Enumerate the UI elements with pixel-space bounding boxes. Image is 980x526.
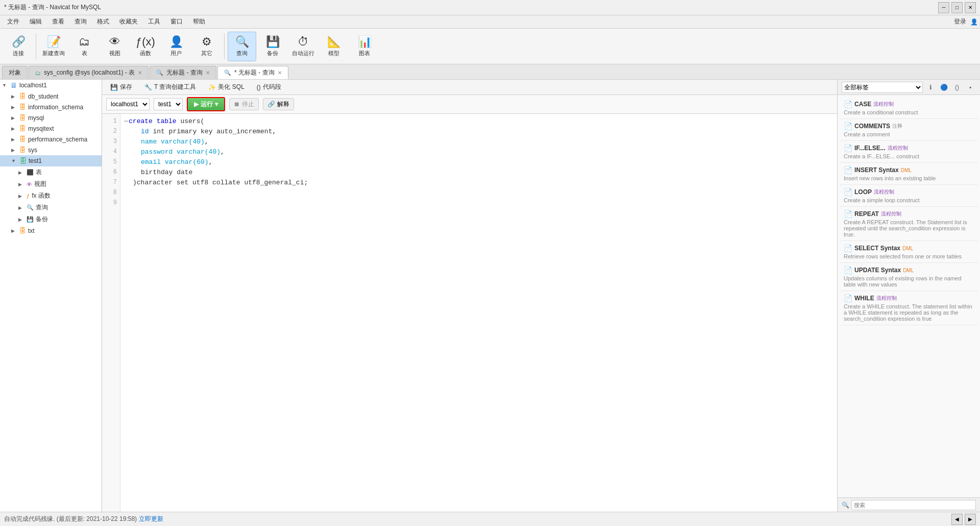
- query-icon: 🔍: [235, 35, 249, 49]
- code-icon[interactable]: (): [951, 82, 963, 93]
- stop-button[interactable]: ⏹ 停止: [229, 98, 259, 110]
- menu-view[interactable]: 查看: [47, 15, 69, 28]
- tab-untitled2-close[interactable]: ✕: [278, 70, 282, 76]
- menu-format[interactable]: 格式: [92, 15, 114, 28]
- run-button[interactable]: ▶ 运行 ▾: [187, 97, 225, 111]
- snippet-repeat-title: REPEAT: [854, 210, 879, 218]
- sidebar-mysqitext[interactable]: ▶ 🗄 mysqitext: [0, 123, 102, 134]
- database-select[interactable]: test1: [154, 98, 183, 110]
- beautify-button[interactable]: ✨ 美化 SQL: [204, 82, 248, 92]
- sidebar-mysql[interactable]: ▶ 🗄 mysql: [0, 112, 102, 123]
- snippet-insert[interactable]: 📄 INSERT Syntax DML Insert new rows into…: [840, 163, 978, 185]
- tab-untitled1-close[interactable]: ✕: [206, 70, 210, 76]
- line-num-8: 8: [102, 187, 120, 198]
- sidebar-txt[interactable]: ▶ 🗄 txt: [0, 225, 102, 236]
- toolbar-function[interactable]: ƒ(x) 函数: [131, 32, 160, 61]
- snippet-while[interactable]: 📄 WHILE 流程控制 Create a WHILE construct. T…: [840, 291, 978, 325]
- snippet-select-tag: DML: [902, 246, 913, 251]
- menu-tools[interactable]: 工具: [143, 15, 165, 28]
- menu-favorites[interactable]: 收藏夹: [114, 15, 143, 28]
- other-icon: ⚙: [202, 35, 212, 49]
- snippet-select[interactable]: 📄 SELECT Syntax DML Retrieve rows select…: [840, 241, 978, 263]
- tab-untitled1[interactable]: 🔍 无标题 - 查询 ✕: [150, 66, 216, 79]
- info-icon[interactable]: ℹ: [925, 82, 936, 93]
- txt-chevron: ▶: [11, 228, 17, 233]
- update-link[interactable]: 立即更新: [139, 515, 163, 523]
- query-builder-button[interactable]: 🔧 T 查询创建工具: [140, 82, 200, 92]
- server-icon: 🖥: [10, 81, 17, 89]
- sidebar-root[interactable]: ▼ 🖥 localhost1: [0, 80, 102, 91]
- maximize-button[interactable]: □: [951, 2, 963, 13]
- beautify-icon: ✨: [208, 84, 216, 91]
- grid-icon[interactable]: ▪: [965, 82, 976, 93]
- toolbar-view[interactable]: 👁 视图: [101, 32, 129, 61]
- sidebar-backup[interactable]: ▶ 💾 备份: [0, 213, 102, 225]
- minimize-button[interactable]: ─: [938, 2, 949, 13]
- status-btn-right[interactable]: ▶: [965, 514, 976, 525]
- table-label: 表: [82, 50, 87, 57]
- snippet-repeat[interactable]: 📄 REPEAT 流程控制 Create A REPEAT construct.…: [840, 207, 978, 241]
- txt-icon: 🗄: [19, 227, 26, 234]
- snippet-loop[interactable]: 📄 LOOP 流程控制 Create a simple loop constru…: [840, 185, 978, 207]
- circle-icon[interactable]: 🔵: [938, 82, 949, 93]
- sidebar-db-student[interactable]: ▶ 🗄 db_student: [0, 91, 102, 102]
- query-tab1-icon: 🔍: [156, 69, 163, 76]
- sidebar-test1[interactable]: ▼ 🗄 test1: [0, 155, 102, 166]
- sidebar-query[interactable]: ▶ 🔍 查询: [0, 202, 102, 213]
- toolbar-new-query[interactable]: 📝 新建查询: [39, 32, 68, 61]
- fold-icon-1[interactable]: ▭: [125, 118, 128, 124]
- snippet-comments[interactable]: 📄 COMMENTS 注释 Create a comment: [840, 119, 978, 141]
- tag-filter-select[interactable]: 全部标签: [842, 82, 923, 93]
- line-num-6: 6: [102, 167, 120, 177]
- close-button[interactable]: ✕: [965, 2, 976, 13]
- sidebar-view[interactable]: ▶ 👁 视图: [0, 178, 102, 190]
- status-bar: 自动完成代码残缘. (最后更新: 2021-10-22 19:58) 立即更新 …: [0, 512, 980, 526]
- tab-untitled2[interactable]: 🔍 * 无标题 - 查询 ✕: [217, 66, 288, 79]
- mysql-chevron: ▶: [11, 115, 17, 121]
- toolbar-model[interactable]: 📐 模型: [320, 32, 348, 61]
- tab-objects[interactable]: 对象: [2, 66, 28, 79]
- snippet-while-desc: Create a WHILE construct. The statement …: [844, 303, 974, 322]
- snippets-button[interactable]: () 代码段: [253, 82, 285, 92]
- status-btn-left[interactable]: ◀: [951, 514, 963, 525]
- function-label: 函数: [140, 50, 151, 57]
- code-line-5: email varchar(60),: [125, 157, 833, 167]
- tab-sys-config[interactable]: 🗂 sys_config @sys (localhost1) - 表 ✕: [29, 66, 149, 79]
- connection-select[interactable]: localhost1: [106, 98, 150, 110]
- toolbar-table[interactable]: 🗂 表: [70, 32, 99, 61]
- toolbar-autorun[interactable]: ⏱ 自动运行: [289, 32, 317, 61]
- snippet-case[interactable]: 📄 CASE 流程控制 Create a conditional constru…: [840, 97, 978, 119]
- menu-window[interactable]: 窗口: [165, 15, 188, 28]
- menu-help[interactable]: 帮助: [188, 15, 210, 28]
- sidebar-table[interactable]: ▶ ⬛ 表: [0, 166, 102, 178]
- snippet-insert-icon: 📄: [844, 166, 852, 174]
- sidebar-information-schema-label: information_schema: [28, 104, 83, 111]
- menu-query[interactable]: 查询: [69, 15, 92, 28]
- search-input[interactable]: [851, 500, 976, 510]
- code-content[interactable]: ▭ create table users( id int primary key…: [120, 114, 837, 512]
- save-button[interactable]: 💾 保存: [106, 82, 136, 92]
- toolbar-backup[interactable]: 💾 备份: [258, 32, 287, 61]
- sidebar-function[interactable]: ▶ ƒ fx 函数: [0, 190, 102, 202]
- snippet-ifelse[interactable]: 📄 IF...ELSE... 流程控制 Create a IF...ELSE..…: [840, 141, 978, 163]
- snippet-update[interactable]: 📄 UPDATE Syntax DML Updates columns of e…: [840, 263, 978, 291]
- run-label: 运行: [201, 100, 213, 109]
- db-student-icon: 🗄: [19, 92, 26, 100]
- sidebar-sys[interactable]: ▶ 🗄 sys: [0, 145, 102, 155]
- toolbar-other[interactable]: ⚙ 其它: [192, 32, 221, 61]
- explain-button[interactable]: 🔗 解释: [263, 98, 294, 110]
- tab-sys-config-close[interactable]: ✕: [138, 70, 142, 76]
- toolbar-chart[interactable]: 📊 图表: [350, 32, 379, 61]
- sidebar-performance-schema[interactable]: ▶ 🗄 performance_schema: [0, 134, 102, 145]
- sidebar-information-schema[interactable]: ▶ 🗄 information_schema: [0, 102, 102, 112]
- search-icon: 🔍: [842, 501, 849, 509]
- toolbar-query[interactable]: 🔍 查询: [228, 32, 256, 61]
- sys-icon: 🗄: [19, 146, 26, 154]
- right-panel-header: 全部标签 ℹ 🔵 () ▪: [838, 80, 980, 95]
- menu-edit[interactable]: 编辑: [24, 15, 47, 28]
- toolbar-user[interactable]: 👤 用户: [162, 32, 190, 61]
- menu-file[interactable]: 文件: [2, 15, 24, 28]
- view-icon: 👁: [109, 35, 120, 49]
- toolbar-connect[interactable]: 🔗 连接: [4, 32, 33, 61]
- code-editor[interactable]: 1 2 3 4 5 6 7 8 9 ▭ create table users( …: [102, 114, 837, 512]
